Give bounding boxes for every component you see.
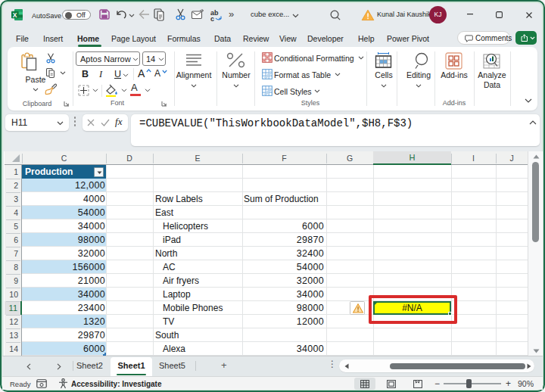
svg-text:X: X <box>13 11 17 19</box>
svg-text:c: c <box>210 15 214 23</box>
